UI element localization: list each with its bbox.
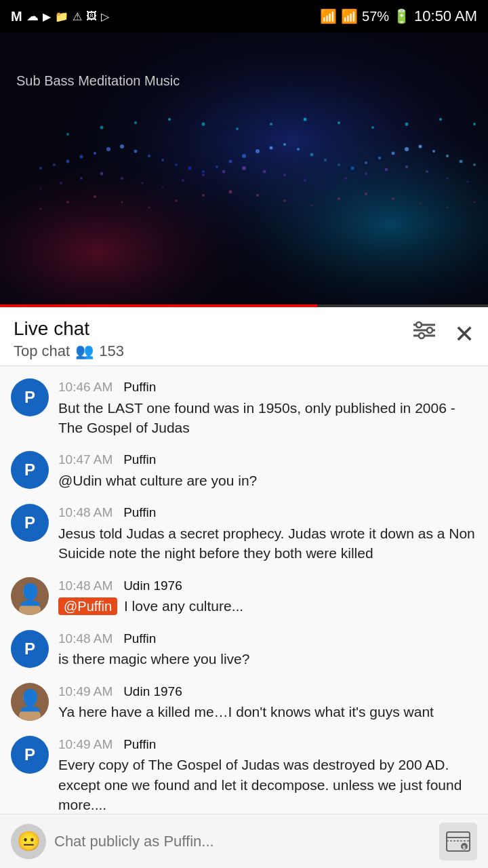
close-button[interactable]: ✕: [454, 322, 474, 347]
message-time: 10:48 AM: [58, 505, 113, 519]
svg-point-82: [270, 123, 272, 125]
svg-point-24: [310, 153, 314, 157]
svg-point-47: [242, 166, 246, 170]
svg-point-55: [405, 165, 408, 168]
filter-button[interactable]: [411, 321, 438, 348]
svg-point-30: [392, 152, 395, 155]
message-username: Puffin: [123, 505, 156, 519]
svg-point-26: [338, 163, 340, 166]
svg-point-38: [60, 182, 62, 184]
svg-point-18: [229, 160, 232, 163]
svg-point-59: [40, 208, 42, 210]
svg-point-40: [100, 172, 104, 176]
chat-message: P 10:49 AM Puffin Every copy of The Gosp…: [0, 729, 488, 814]
svg-point-36: [473, 163, 476, 166]
message-text: Every copy of The Gospel of Judas was de…: [58, 755, 477, 814]
message-text: Jesus told Judas a secret prophecy. Juda…: [58, 524, 477, 564]
svg-point-83: [304, 118, 307, 121]
message-username: Udin 1976: [123, 684, 182, 698]
viewer-count: 153: [99, 342, 124, 360]
avatar: P: [11, 736, 49, 774]
svg-point-80: [202, 123, 205, 126]
svg-point-79: [168, 118, 171, 121]
message-time: 10:48 AM: [58, 578, 113, 593]
mention-tag: @Puffin: [58, 597, 117, 615]
svg-point-77: [100, 126, 104, 130]
message-content: 10:49 AM Udin 1976 Ya here have a killed…: [58, 683, 477, 722]
svg-point-86: [405, 123, 409, 126]
svg-point-49: [283, 174, 286, 176]
svg-point-72: [392, 197, 394, 200]
video-progress-bar[interactable]: [0, 304, 488, 307]
message-username: Puffin: [123, 452, 156, 467]
live-chat-panel: Live chat Top chat 👥 153: [0, 307, 488, 868]
chat-input-bar: 😐 $: [0, 814, 488, 868]
message-text: But the LAST one found was in 1950s, onl…: [58, 398, 477, 438]
wifi-icon: 📶: [320, 8, 337, 24]
svg-point-60: [66, 201, 69, 203]
svg-point-73: [420, 203, 422, 205]
live-chat-title: Live chat: [14, 318, 124, 340]
svg-point-46: [222, 170, 226, 174]
status-time: 10:50 AM: [414, 7, 477, 25]
svg-point-7: [80, 155, 83, 159]
svg-point-75: [474, 201, 476, 203]
emoji-icon: 😐: [17, 830, 41, 852]
battery-icon: 🔋: [393, 8, 410, 24]
chat-messages-list: P 10:46 AM Puffin But the LAST one found…: [0, 366, 488, 814]
chat-message: 10:49 AM Udin 1976 Ya here have a killed…: [0, 676, 488, 729]
top-chat-label[interactable]: Top chat: [14, 342, 70, 360]
svg-point-61: [94, 195, 96, 198]
message-text: @Udin what culture are you in?: [58, 471, 477, 490]
svg-point-43: [162, 186, 164, 189]
message-content: 10:46 AM Puffin But the LAST one found w…: [58, 378, 477, 437]
svg-point-71: [365, 193, 367, 195]
svg-point-84: [338, 121, 340, 124]
avatar: P: [11, 504, 49, 542]
send-money-button[interactable]: $: [439, 823, 477, 861]
svg-point-41: [121, 177, 123, 180]
svg-point-29: [378, 157, 381, 159]
message-content: 10:48 AM Puffin Jesus told Judas a secre…: [58, 504, 477, 563]
svg-point-62: [121, 201, 123, 203]
chat-message: P 10:47 AM Puffin @Udin what culture are…: [0, 444, 488, 497]
svg-point-28: [365, 161, 367, 164]
svg-point-20: [256, 149, 260, 153]
svg-point-12: [148, 155, 150, 157]
svg-point-100: [19, 709, 41, 721]
svg-point-48: [263, 170, 266, 174]
svg-point-54: [385, 168, 388, 172]
svg-point-88: [473, 123, 476, 125]
svg-point-9: [106, 147, 110, 151]
message-time: 10:46 AM: [58, 380, 113, 394]
battery-percentage: 57%: [362, 9, 389, 24]
svg-point-10: [120, 144, 124, 149]
message-content: 10:47 AM Puffin @Udin what culture are y…: [58, 451, 477, 490]
svg-point-97: [19, 603, 41, 615]
viewer-icon: 👥: [75, 342, 94, 360]
message-username: Puffin: [123, 737, 156, 751]
svg-point-5: [53, 163, 56, 166]
svg-point-4: [39, 167, 42, 170]
svg-point-27: [351, 167, 354, 170]
svg-point-19: [242, 154, 246, 158]
avatar: P: [11, 451, 49, 489]
svg-point-50: [304, 179, 306, 182]
svg-point-94: [419, 333, 424, 338]
svg-point-25: [324, 159, 327, 161]
svg-point-68: [283, 199, 286, 202]
svg-point-87: [439, 118, 442, 121]
svg-point-16: [202, 170, 205, 173]
avatar: P: [11, 630, 49, 668]
svg-point-11: [134, 150, 138, 153]
video-player[interactable]: Sub Bass Meditation Music: [0, 33, 488, 307]
message-time: 10:49 AM: [58, 737, 113, 751]
emoji-button[interactable]: 😐: [11, 824, 46, 859]
chat-message: P 10:48 AM Puffin Jesus told Judas a sec…: [0, 497, 488, 570]
chat-input[interactable]: [54, 833, 431, 850]
status-bar: M ☁ ▶ 📁 ⚠ 🖼 ▷ 📶 📶 57% 🔋 10:50 AM: [0, 0, 488, 33]
svg-point-92: [416, 322, 422, 328]
video-title: Sub Bass Meditation Music: [16, 73, 180, 89]
message-username: Udin 1976: [123, 578, 182, 593]
svg-point-63: [148, 207, 150, 209]
